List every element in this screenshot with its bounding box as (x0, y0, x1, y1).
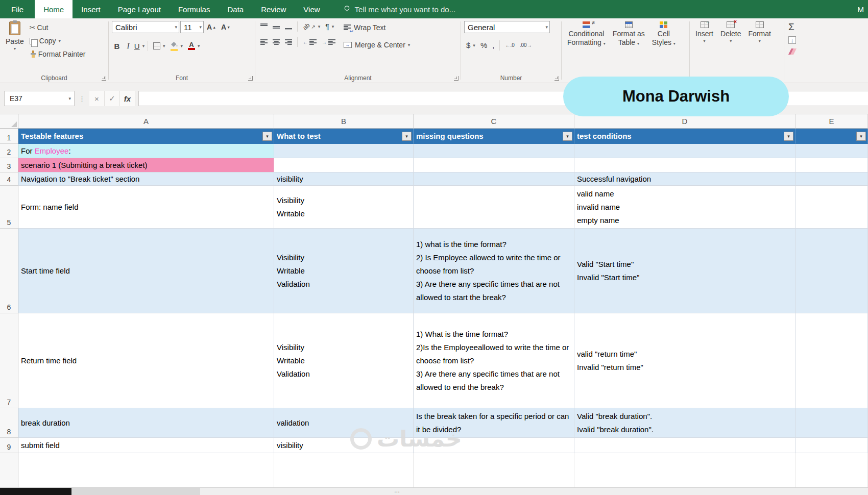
row-header-3[interactable]: 3 (0, 158, 18, 172)
filter-button-D[interactable]: ▾ (784, 132, 793, 141)
enter-button[interactable]: ✓ (105, 91, 120, 106)
row-header-1[interactable]: 1 (0, 129, 18, 144)
fill-color-dropdown-icon[interactable]: ▾ (181, 43, 183, 48)
font-color-dropdown-icon[interactable]: ▾ (198, 43, 200, 48)
filter-button-C[interactable]: ▾ (563, 132, 572, 141)
underline-dropdown-icon[interactable]: ▾ (142, 43, 145, 48)
cancel-button[interactable]: × (89, 91, 105, 106)
name-box[interactable]: E37 ▾ (4, 91, 75, 106)
font-size-select[interactable]: 11 ▾ (180, 21, 204, 33)
cell-C2[interactable] (414, 144, 574, 158)
grow-font-button[interactable]: A▲ (205, 21, 218, 33)
cell-E9[interactable] (795, 438, 868, 453)
format-cells-button[interactable]: Format ▾ (744, 19, 774, 45)
cell-D7[interactable]: valid "return time" Invalid "return time… (574, 313, 795, 408)
alignment-dialog-launcher[interactable] (454, 76, 459, 81)
filter-button-A[interactable]: ▾ (262, 132, 272, 141)
cell-D5[interactable]: valid name invalid name empty name (574, 186, 795, 229)
paste-button[interactable]: Paste ▾ (2, 19, 28, 73)
row-header-4[interactable]: 4 (0, 172, 18, 186)
borders-button[interactable]: ▾ (151, 41, 167, 51)
account-initial[interactable]: M (858, 0, 868, 18)
name-box-dropdown-icon[interactable]: ▾ (68, 96, 71, 101)
cell-B4[interactable]: visibility (274, 172, 414, 186)
select-all-corner[interactable] (0, 114, 18, 129)
empty-cell-area[interactable] (18, 453, 274, 487)
tab-home[interactable]: Home (35, 0, 73, 18)
empty-cell-area[interactable] (795, 453, 868, 487)
cell-E5[interactable] (795, 186, 868, 229)
column-header-B[interactable]: B (274, 114, 414, 129)
orientation-dropdown-icon[interactable]: ▾ (318, 24, 321, 29)
align-middle-button[interactable] (271, 22, 282, 32)
cell-D4[interactable]: Successful navigation (574, 172, 795, 186)
cell-D6[interactable]: Valid "Start time" Invalid "Start time" (574, 229, 795, 313)
format-as-table-button[interactable]: Format as Table ▾ (609, 19, 648, 50)
cell-D1[interactable]: test conditions ▾ (574, 129, 795, 144)
tab-overflow-dots[interactable]: ... (394, 486, 400, 494)
tab-view[interactable]: View (295, 0, 328, 18)
align-top-button[interactable] (258, 22, 270, 32)
tab-formulas[interactable]: Formulas (170, 0, 219, 18)
column-header-A[interactable]: A (18, 114, 274, 129)
underline-button[interactable]: U ▾ (134, 40, 144, 52)
cell-C7[interactable]: 1) What is the time format? 2)Is the Emp… (414, 313, 574, 408)
cell-D3[interactable] (574, 158, 795, 172)
cell-E8[interactable] (795, 408, 868, 438)
cell-B8[interactable]: validation (274, 408, 414, 438)
row-header-9[interactable]: 9 (0, 438, 18, 453)
decrease-decimal-button[interactable]: .00→ (518, 41, 534, 50)
font-name-select[interactable]: Calibri ▾ (112, 21, 179, 33)
number-format-select[interactable]: General ▾ (464, 21, 550, 33)
sheet-tab-area[interactable] (71, 488, 200, 495)
orientation-button[interactable]: ab ↗ ▾ (301, 21, 322, 32)
merge-center-button[interactable]: ↔ Merge & Center ▾ (342, 39, 412, 51)
row-header-7[interactable]: 7 (0, 313, 18, 408)
align-center-button[interactable] (271, 38, 282, 46)
filter-button-B[interactable]: ▾ (402, 132, 412, 141)
cell-E7[interactable] (795, 313, 868, 408)
cell-B3[interactable] (274, 158, 414, 172)
cell-A1[interactable]: Testable features ▾ (18, 129, 274, 144)
cell-C9[interactable] (414, 438, 574, 453)
wrap-text-button[interactable]: ↩ Wrap Text (342, 22, 412, 33)
cell-A8[interactable]: break duration (18, 408, 274, 438)
cell-C1[interactable]: missing questions ▾ (414, 129, 574, 144)
increase-indent-button[interactable]: → (320, 38, 337, 46)
clipboard-dialog-launcher[interactable] (102, 76, 106, 81)
cell-B6[interactable]: Visibility Writable Validation (274, 229, 414, 313)
tab-insert[interactable]: Insert (73, 0, 109, 18)
cell-A9[interactable]: submit field (18, 438, 274, 453)
align-bottom-button[interactable] (283, 22, 294, 32)
font-dialog-launcher[interactable] (248, 76, 253, 81)
copy-dropdown-icon[interactable]: ▾ (59, 38, 61, 43)
fill-color-button[interactable]: ▾ (168, 39, 185, 53)
borders-dropdown-icon[interactable]: ▾ (163, 43, 165, 48)
empty-cell-area[interactable] (574, 453, 795, 487)
tab-file[interactable]: File (0, 0, 35, 18)
column-header-E[interactable]: E (795, 114, 868, 129)
insert-cells-button[interactable]: ← Insert ▾ (692, 19, 717, 45)
cell-B7[interactable]: Visibility Writable Validation (274, 313, 414, 408)
accounting-dropdown-icon[interactable]: ▾ (473, 43, 475, 48)
cell-B5[interactable]: Visibility Writable (274, 186, 414, 229)
cell-A2[interactable]: For Employee: (18, 144, 274, 158)
align-right-button[interactable] (283, 38, 294, 46)
empty-cell-area[interactable] (414, 453, 574, 487)
align-left-button[interactable] (258, 38, 270, 46)
insert-function-button[interactable]: fx (120, 91, 135, 106)
cell-styles-button[interactable]: Cell Styles ▾ (648, 19, 679, 50)
bold-button[interactable]: B (112, 40, 122, 52)
cell-A3[interactable]: scenario 1 (Submitting a break ticket) (18, 158, 274, 172)
clear-button[interactable] (786, 47, 867, 56)
row-header-2[interactable]: 2 (0, 144, 18, 158)
cell-D8[interactable]: Valid "break duration". Ivalid "break du… (574, 408, 795, 438)
cell-E2[interactable] (795, 144, 868, 158)
autosum-button[interactable]: Σ (786, 20, 867, 33)
drag-dots-icon[interactable]: ⋮ (79, 95, 85, 103)
cell-D9[interactable] (574, 438, 795, 453)
paste-dropdown-icon[interactable]: ▾ (14, 46, 16, 51)
sheet-tab-redacted[interactable] (0, 488, 71, 495)
row-header-5[interactable]: 5 (0, 186, 18, 229)
delete-cells-button[interactable]: × Delete ▾ (717, 19, 744, 45)
